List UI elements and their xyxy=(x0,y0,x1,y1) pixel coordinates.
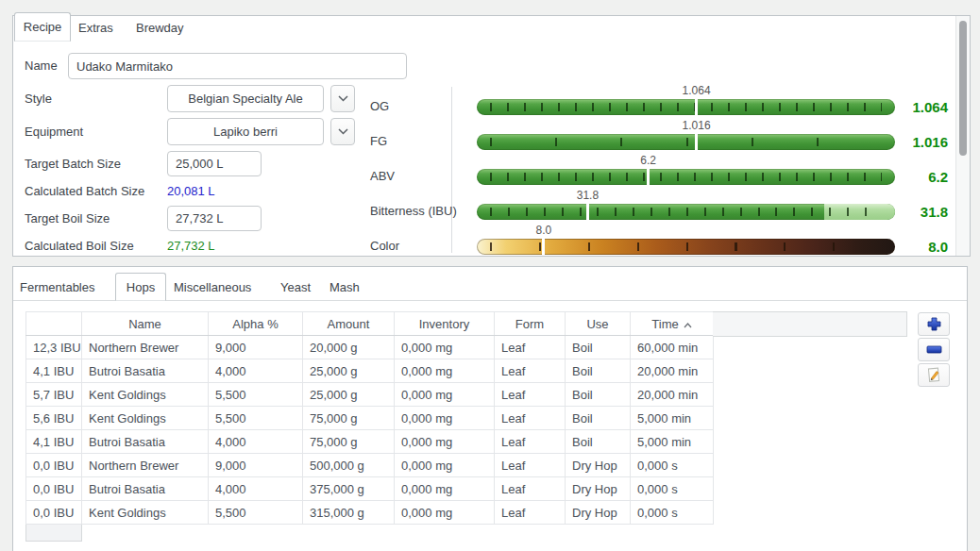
hops-row-1-time[interactable]: 60,000 min xyxy=(631,336,714,359)
hops-row-2-use[interactable]: Boil xyxy=(566,359,631,383)
hops-row-5-name[interactable]: Butroi Basatia xyxy=(82,430,209,454)
hops-row-7-alpha[interactable]: 4,000 xyxy=(209,477,303,501)
hops-table[interactable]: NameAlpha %AmountInventoryFormUseTime 12… xyxy=(25,311,714,525)
hops-row-2-alpha[interactable]: 4,000 xyxy=(209,359,303,383)
hops-row-8-form[interactable]: Leaf xyxy=(495,501,566,525)
hops-row-5-amount[interactable]: 75,000 g xyxy=(303,430,395,454)
hops-row-3-use[interactable]: Boil xyxy=(566,383,631,407)
style-dropdown-button[interactable] xyxy=(330,85,355,112)
hops-row-7-form[interactable]: Leaf xyxy=(495,477,566,501)
hops-row-8-inventory[interactable]: 0,000 mg xyxy=(395,501,495,525)
hops-row-5-use[interactable]: Boil xyxy=(566,430,631,454)
tab-extras[interactable]: Extras xyxy=(78,16,113,41)
recipe-scrollbar-thumb[interactable] xyxy=(959,21,967,156)
hops-row-2-inventory[interactable]: 0,000 mg xyxy=(395,359,495,383)
hops-row-4-ibu[interactable]: 5,6 IBU xyxy=(26,407,82,430)
hops-row-6-amount[interactable]: 500,000 g xyxy=(303,454,395,477)
hops-row-4[interactable]: 5,6 IBUKent Goldings5,50075,000 g0,000 m… xyxy=(26,407,714,430)
hops-row-1-form[interactable]: Leaf xyxy=(495,336,566,359)
hops-row-6-name[interactable]: Northern Brewer xyxy=(82,454,209,477)
hops-row-7-amount[interactable]: 375,000 g xyxy=(303,477,395,501)
hops-row-7-use[interactable]: Dry Hop xyxy=(566,477,631,501)
hops-row-8[interactable]: 0,0 IBUKent Goldings5,500315,000 g0,000 … xyxy=(26,501,714,525)
tab-brewday[interactable]: Brewday xyxy=(136,16,184,41)
hops-column-time[interactable]: Time xyxy=(631,312,714,336)
hops-row-2-time[interactable]: 20,000 min xyxy=(631,359,714,383)
tab-hops[interactable]: Hops xyxy=(115,273,166,301)
target-boil-size-input[interactable] xyxy=(167,206,262,231)
hops-row-3-alpha[interactable]: 5,500 xyxy=(209,383,303,407)
hops-row-7-time[interactable]: 0,000 s xyxy=(631,477,714,501)
equipment-combo[interactable]: Lapiko berri xyxy=(167,118,324,145)
hops-row-3-amount[interactable]: 25,000 g xyxy=(303,383,395,407)
recipe-scrollbar[interactable] xyxy=(955,16,970,256)
hops-row-4-form[interactable]: Leaf xyxy=(495,407,566,430)
hops-row-2-amount[interactable]: 25,000 g xyxy=(303,359,395,383)
hops-row-8-time[interactable]: 0,000 s xyxy=(631,501,714,525)
style-combo[interactable]: Belgian Specialty Ale xyxy=(167,85,324,112)
equipment-dropdown-button[interactable] xyxy=(330,118,355,145)
hops-row-3-name[interactable]: Kent Goldings xyxy=(82,383,209,407)
edit-hop-button[interactable] xyxy=(918,363,950,387)
hops-column-use[interactable]: Use xyxy=(566,312,631,336)
hops-row-1-ibu[interactable]: 12,3 IBU xyxy=(26,336,82,359)
hops-column-name[interactable]: Name xyxy=(82,312,209,336)
hops-row-3-ibu[interactable]: 5,7 IBU xyxy=(26,383,82,407)
hops-row-6-form[interactable]: Leaf xyxy=(495,454,566,477)
hops-row-1-alpha[interactable]: 9,000 xyxy=(209,336,303,359)
hops-row-3[interactable]: 5,7 IBUKent Goldings5,50025,000 g0,000 m… xyxy=(26,383,714,407)
hops-row-5-inventory[interactable]: 0,000 mg xyxy=(395,430,495,454)
hops-row-4-name[interactable]: Kent Goldings xyxy=(82,407,209,430)
hops-row-6-alpha[interactable]: 9,000 xyxy=(209,454,303,477)
hops-row-4-time[interactable]: 5,000 min xyxy=(631,407,714,430)
remove-hop-button[interactable] xyxy=(918,338,950,361)
tab-recipe[interactable]: Recipe xyxy=(14,12,71,42)
hops-row-2[interactable]: 4,1 IBUButroi Basatia4,00025,000 g0,000 … xyxy=(26,359,714,383)
hops-row-1-amount[interactable]: 20,000 g xyxy=(303,336,395,359)
hops-row-5[interactable]: 4,1 IBUButroi Basatia4,00075,000 g0,000 … xyxy=(26,430,714,454)
hops-row-5-alpha[interactable]: 4,000 xyxy=(209,430,303,454)
add-hop-button[interactable] xyxy=(918,312,950,336)
hops-row-2-name[interactable]: Butroi Basatia xyxy=(82,359,209,383)
hops-row-5-form[interactable]: Leaf xyxy=(495,430,566,454)
hops-column-amount[interactable]: Amount xyxy=(303,312,395,336)
target-batch-size-input[interactable] xyxy=(167,151,262,176)
hops-row-4-amount[interactable]: 75,000 g xyxy=(303,407,395,430)
hops-row-4-inventory[interactable]: 0,000 mg xyxy=(395,407,495,430)
tab-fermentables[interactable]: Fermentables xyxy=(20,275,94,300)
recipe-name-input[interactable] xyxy=(68,53,407,79)
hops-row-3-time[interactable]: 20,000 min xyxy=(631,383,714,407)
hops-row-3-form[interactable]: Leaf xyxy=(495,383,566,407)
tab-yeast[interactable]: Yeast xyxy=(280,275,311,300)
hops-row-3-inventory[interactable]: 0,000 mg xyxy=(395,383,495,407)
hops-row-7-inventory[interactable]: 0,000 mg xyxy=(395,477,495,501)
hops-column-form[interactable]: Form xyxy=(495,312,566,336)
hops-row-4-use[interactable]: Boil xyxy=(566,407,631,430)
hops-row-1-use[interactable]: Boil xyxy=(566,336,631,359)
hops-row-8-use[interactable]: Dry Hop xyxy=(566,501,631,525)
hops-row-8-ibu[interactable]: 0,0 IBU xyxy=(26,501,82,525)
hops-row-6-time[interactable]: 0,000 s xyxy=(631,454,714,477)
hops-row-1[interactable]: 12,3 IBUNorthern Brewer9,00020,000 g0,00… xyxy=(26,336,714,359)
hops-row-2-form[interactable]: Leaf xyxy=(495,359,566,383)
hops-row-7-name[interactable]: Butroi Basatia xyxy=(82,477,209,501)
hops-row-6-inventory[interactable]: 0,000 mg xyxy=(395,454,495,477)
hops-row-6-use[interactable]: Dry Hop xyxy=(566,454,631,477)
hops-row-6-ibu[interactable]: 0,0 IBU xyxy=(26,454,82,477)
hops-row-6[interactable]: 0,0 IBUNorthern Brewer9,000500,000 g0,00… xyxy=(26,454,714,477)
hops-row-8-name[interactable]: Kent Goldings xyxy=(82,501,209,525)
hops-row-1-inventory[interactable]: 0,000 mg xyxy=(395,336,495,359)
tab-miscellaneous[interactable]: Miscellaneous xyxy=(174,275,251,300)
hops-row-4-alpha[interactable]: 5,500 xyxy=(209,407,303,430)
hops-column-alpha[interactable]: Alpha % xyxy=(209,312,303,336)
hops-row-1-name[interactable]: Northern Brewer xyxy=(82,336,209,359)
hops-row-8-alpha[interactable]: 5,500 xyxy=(209,501,303,525)
hops-row-7[interactable]: 0,0 IBUButroi Basatia4,000375,000 g0,000… xyxy=(26,477,714,501)
hops-row-7-ibu[interactable]: 0,0 IBU xyxy=(26,477,82,501)
hops-row-5-ibu[interactable]: 4,1 IBU xyxy=(26,430,82,454)
hops-row-5-time[interactable]: 5,000 min xyxy=(631,430,714,454)
hops-row-8-amount[interactable]: 315,000 g xyxy=(303,501,395,525)
hops-column-inventory[interactable]: Inventory xyxy=(395,312,495,336)
tab-mash[interactable]: Mash xyxy=(329,275,360,300)
hops-row-2-ibu[interactable]: 4,1 IBU xyxy=(26,359,82,383)
